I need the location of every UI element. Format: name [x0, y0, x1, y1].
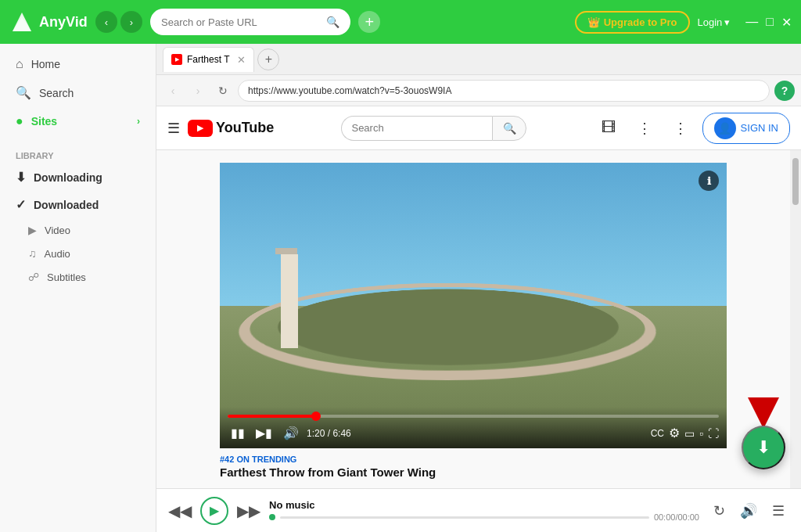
login-button[interactable]: Login ▾ — [698, 16, 731, 28]
playlist-button[interactable]: ☰ — [767, 499, 790, 523]
library-section-label: Library — [0, 142, 156, 164]
music-info: No music 00:00/00:00 — [269, 499, 699, 522]
window-controls: — □ ✕ — [745, 15, 792, 30]
pause-button[interactable]: ▮▮ — [228, 424, 248, 442]
yt-grid-icon-button[interactable]: ⋮ — [630, 114, 659, 142]
download-arrow-icon: ⬇ — [16, 170, 26, 185]
yt-sign-in-avatar: 👤 — [714, 117, 736, 139]
music-progress: 00:00/00:00 — [269, 512, 699, 522]
settings-button[interactable]: ⚙ — [669, 426, 680, 440]
captions-button[interactable]: CC — [651, 428, 664, 439]
new-tab-button[interactable]: + — [257, 49, 279, 70]
search-input[interactable] — [161, 16, 320, 28]
player-prev-button[interactable]: ◀◀ — [167, 498, 192, 523]
controls-row: ▮▮ ▶▮ 🔊 1:20 / 6:46 CC — [228, 424, 719, 442]
tower-top — [275, 248, 297, 254]
sidebar-item-subtitles-label: Subtitles — [47, 271, 86, 283]
yt-menu-icon[interactable]: ☰ — [167, 120, 180, 137]
browser-bar: ‹ › ↻ ? — [156, 75, 801, 106]
repeat-button[interactable]: ↻ — [707, 499, 731, 523]
browser-forward-button[interactable]: › — [188, 81, 208, 101]
content-with-scroll: ℹ ▮▮ ▶▮ 🔊 — [156, 150, 801, 488]
youtube-logo-text: YouTube — [216, 120, 274, 136]
browser-refresh-button[interactable]: ↻ — [213, 81, 233, 101]
tab-close-button[interactable]: ✕ — [237, 54, 246, 66]
yt-sign-in-button[interactable]: 👤 SIGN IN — [702, 113, 790, 144]
music-icon: ♫ — [28, 247, 37, 260]
sidebar-item-search[interactable]: 🔍 Search — [0, 78, 156, 107]
volume-button[interactable]: 🔊 — [280, 424, 302, 442]
time-current: 1:20 — [307, 428, 325, 439]
sidebar-item-video[interactable]: ▶ Video — [0, 218, 156, 242]
help-button[interactable]: ? — [774, 81, 795, 101]
sidebar-item-downloaded[interactable]: ✓ Downloaded — [0, 191, 156, 218]
progress-dot — [311, 412, 321, 421]
top-bar: AnyVid ‹ › 🔍 + 👑 Upgrade to Pro Login ▾ … — [0, 0, 801, 44]
youtube-search-container: 🔍 — [341, 116, 526, 141]
scrollbar[interactable] — [790, 150, 801, 488]
music-progress-bar[interactable] — [280, 516, 649, 519]
back-button[interactable]: ‹ — [95, 11, 117, 33]
scrollbar-thumb[interactable] — [792, 158, 799, 205]
yt-sign-in-label: SIGN IN — [741, 122, 778, 134]
sidebar: ⌂ Home 🔍 Search ● Sites › Library ⬇ Down… — [0, 44, 156, 532]
player-next-button[interactable]: ▶▶ — [236, 498, 261, 523]
youtube-logo: ▶ YouTube — [188, 120, 274, 137]
volume-button[interactable]: 🔊 — [737, 499, 760, 523]
app-name: AnyVid — [39, 14, 88, 31]
theater-button[interactable]: ▫ — [699, 427, 703, 440]
sidebar-item-video-label: Video — [45, 225, 70, 236]
play-icon: ▶ — [28, 224, 37, 236]
maximize-button[interactable]: □ — [766, 15, 774, 30]
subtitles-icon: ☍ — [28, 271, 39, 283]
sidebar-item-search-label: Search — [39, 87, 74, 99]
forward-button[interactable]: › — [120, 11, 142, 33]
sidebar-item-audio-label: Audio — [45, 248, 70, 260]
tower — [281, 254, 298, 348]
music-title: No music — [269, 499, 699, 511]
sidebar-item-downloading-label: Downloading — [34, 171, 102, 184]
sidebar-item-sites-label: Sites — [31, 115, 57, 128]
sidebar-item-subtitles[interactable]: ☍ Subtitles — [0, 265, 156, 289]
yt-camera-icon-button[interactable]: 🎞 — [594, 114, 623, 142]
video-area: ℹ ▮▮ ▶▮ 🔊 — [156, 150, 790, 488]
youtube-search-input[interactable] — [341, 116, 492, 141]
upgrade-button[interactable]: 👑 Upgrade to Pro — [575, 11, 690, 34]
video-player-container: ℹ ▮▮ ▶▮ 🔊 — [220, 163, 727, 479]
sites-arrow-icon: › — [137, 116, 140, 127]
main-area: ⌂ Home 🔍 Search ● Sites › Library ⬇ Down… — [0, 44, 801, 532]
time-total: 6:46 — [332, 428, 350, 439]
sidebar-item-downloading[interactable]: ⬇ Downloading — [0, 164, 156, 191]
youtube-search-button[interactable]: 🔍 — [492, 116, 526, 141]
video-info-button[interactable]: ℹ — [699, 171, 719, 191]
download-fab-button[interactable]: ⬇ — [742, 426, 785, 469]
video-info: #42 ON TRENDING Farthest Throw from Gian… — [220, 448, 727, 479]
fullscreen-button[interactable]: ⛶ — [708, 427, 719, 440]
sites-icon: ● — [16, 114, 23, 128]
tab-label: Farthest T — [187, 54, 229, 65]
close-button[interactable]: ✕ — [781, 15, 792, 30]
tab-farthest[interactable]: Farthest T ✕ — [163, 47, 254, 72]
progress-bar[interactable] — [228, 415, 719, 418]
next-button[interactable]: ▶▮ — [253, 424, 275, 442]
bottom-player-bar: ◀◀ ▶ ▶▶ No music 00:00/00:00 ↻ 🔊 ☰ — [156, 488, 801, 532]
url-search-bar[interactable]: 🔍 — [150, 9, 350, 35]
video-controls: ▮▮ ▶▮ 🔊 1:20 / 6:46 CC — [220, 407, 727, 448]
url-bar[interactable] — [238, 80, 770, 102]
progress-fill — [228, 415, 316, 418]
minimize-button[interactable]: — — [745, 15, 758, 30]
sidebar-item-home[interactable]: ⌂ Home — [0, 50, 156, 78]
time-display: 1:20 / 6:46 — [307, 428, 351, 439]
browser-back-button[interactable]: ‹ — [163, 81, 183, 101]
trending-badge: #42 ON TRENDING — [220, 455, 727, 464]
crown-icon: 👑 — [587, 16, 600, 28]
add-tab-button[interactable]: + — [358, 11, 380, 33]
sidebar-item-audio[interactable]: ♫ Audio — [0, 242, 156, 265]
player-play-button[interactable]: ▶ — [200, 497, 228, 525]
yt-more-icon-button[interactable]: ⋮ — [666, 114, 695, 142]
download-icon: ⬇ — [756, 437, 770, 458]
youtube-logo-icon: ▶ — [188, 120, 213, 137]
sidebar-item-sites[interactable]: ● Sites › — [0, 107, 156, 135]
search-icon: 🔍 — [326, 16, 339, 28]
miniplayer-button[interactable]: ▭ — [684, 427, 695, 440]
